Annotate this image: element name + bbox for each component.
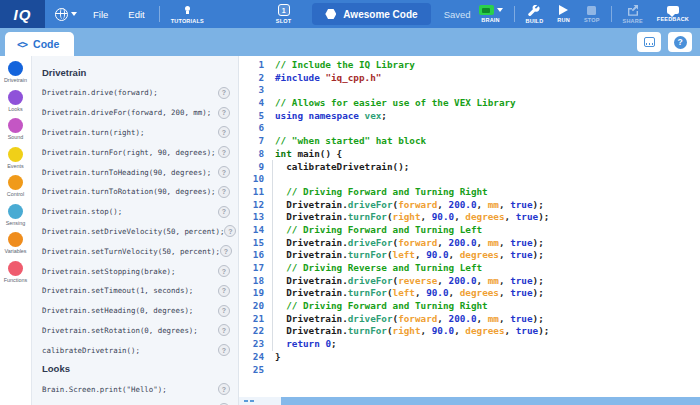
wrench-icon <box>528 5 540 16</box>
command-item[interactable]: Drivetrain.setHeading(0, degrees);? <box>42 301 230 321</box>
stop-button[interactable]: STOP <box>577 0 607 28</box>
sidebar-item-events[interactable]: Events <box>0 147 31 176</box>
command-help-button[interactable]: ? <box>218 285 230 297</box>
code-text: Drivetrain.driveFor(reverse, 200.0, mm, … <box>275 275 544 288</box>
command-item[interactable]: Drivetrain.setDriveVelocity(50, percent)… <box>42 222 230 242</box>
command-item[interactable]: Drivetrain.drive(forward);? <box>42 83 230 103</box>
command-help-button[interactable]: ? <box>218 265 230 277</box>
category-label: Functions <box>4 277 27 283</box>
code-line[interactable]: 17 // Driving Reverse and Turning Left <box>239 262 700 275</box>
command-item[interactable]: Drivetrain.stop();? <box>42 202 230 222</box>
command-help-button[interactable]: ? <box>224 225 236 237</box>
command-item[interactable]: calibrateDrivetrain();? <box>42 340 230 360</box>
command-help-button[interactable]: ? <box>218 324 230 336</box>
sidebar-item-sound[interactable]: Sound <box>0 118 31 147</box>
code-line[interactable]: 19 Drivetrain.turnFor(left, 90.0, degree… <box>239 287 700 300</box>
sidebar-item-variables[interactable]: Variables <box>0 232 31 261</box>
code-line[interactable]: 16 Drivetrain.turnFor(left, 90.0, degree… <box>239 249 700 262</box>
command-item[interactable]: Drivetrain.setStopping(brake);? <box>42 261 230 281</box>
code-line[interactable]: 7// "when started" hat block <box>239 135 700 148</box>
code-line[interactable]: 11 // Driving Forward and Turning Right <box>239 186 700 199</box>
code-text: Drivetrain.driveFor(forward, 200.0, mm, … <box>275 313 544 326</box>
command-item[interactable]: Drivetrain.driveFor(forward, 200, mm);? <box>42 103 230 123</box>
command-help-button[interactable]: ? <box>218 305 230 317</box>
line-number: 22 <box>239 325 264 338</box>
section-title-looks: Looks <box>42 363 230 374</box>
line-number: 23 <box>239 338 264 351</box>
command-help-button[interactable]: ? <box>218 146 230 158</box>
command-help-button[interactable]: ? <box>218 186 230 198</box>
command-help-button[interactable]: ? <box>220 245 232 257</box>
build-button[interactable]: BUILD <box>519 0 551 28</box>
code-line[interactable]: 10 <box>239 173 700 186</box>
command-item[interactable]: Drivetrain.setTimeout(1, seconds);? <box>42 281 230 301</box>
sidebar-item-drivetrain[interactable]: Drivetrain <box>0 61 31 90</box>
language-menu[interactable] <box>55 8 77 21</box>
code-text: #include "iq_cpp.h" <box>275 72 381 85</box>
command-help-button[interactable]: ? <box>218 107 230 119</box>
command-help-button[interactable]: ? <box>218 383 230 395</box>
code-line[interactable]: 18 Drivetrain.driveFor(reverse, 200.0, m… <box>239 275 700 288</box>
feedback-button[interactable]: FEEDBACK <box>650 0 696 28</box>
bottom-tab[interactable] <box>239 397 281 405</box>
code-line[interactable]: 8int main() { <box>239 148 700 161</box>
devices-button[interactable] <box>637 32 661 52</box>
line-number: 6 <box>239 122 264 135</box>
code-line[interactable]: 21 Drivetrain.driveFor(forward, 200.0, m… <box>239 313 700 326</box>
code-editor[interactable]: 1// Include the IQ Library2#include "iq_… <box>239 56 700 405</box>
line-number: 11 <box>239 186 264 199</box>
code-line[interactable]: 24} <box>239 351 700 364</box>
slot-button[interactable]: 1 SLOT <box>269 0 298 28</box>
code-line[interactable]: 14 // Driving Forward and Turning Left <box>239 224 700 237</box>
code-text: Drivetrain.driveFor(forward, 200.0, mm, … <box>275 199 544 212</box>
command-help-button[interactable]: ? <box>218 344 230 356</box>
saved-status: Saved <box>444 9 471 20</box>
code-line[interactable]: 9 calibrateDrivetrain(); <box>239 161 700 174</box>
sidebar-item-looks[interactable]: Looks <box>0 90 31 119</box>
code-line[interactable]: 20 // Driving Forward and Turning Right <box>239 300 700 313</box>
command-item[interactable]: Drivetrain.setRotation(0, degrees);? <box>42 321 230 341</box>
play-icon <box>559 5 568 15</box>
code-line[interactable]: 15 Drivetrain.driveFor(forward, 200.0, m… <box>239 237 700 250</box>
file-menu[interactable]: File <box>83 0 118 28</box>
command-help-button[interactable]: ? <box>218 87 230 99</box>
command-item[interactable]: Brain.Screen.setCursor(1, 1);? <box>42 399 230 405</box>
sidebar-item-sensing[interactable]: Sensing <box>0 204 31 233</box>
command-text: Drivetrain.stop(); <box>42 207 122 216</box>
run-button[interactable]: RUN <box>550 0 577 28</box>
bottom-scrollbar[interactable] <box>239 397 700 405</box>
sidebar-item-functions[interactable]: Functions <box>0 261 31 290</box>
code-line[interactable]: 1// Include the IQ Library <box>239 59 700 72</box>
command-help-button[interactable]: ? <box>218 166 230 178</box>
code-line[interactable]: 22 Drivetrain.turnFor(right, 90.0, degre… <box>239 325 700 338</box>
help-button[interactable]: ? <box>668 32 692 52</box>
command-item[interactable]: Drivetrain.turnFor(right, 90, degrees);? <box>42 142 230 162</box>
tab-code[interactable]: <> Code <box>5 32 74 56</box>
code-line[interactable]: 2#include "iq_cpp.h" <box>239 72 700 85</box>
tutorials-button[interactable]: TUTORIALS <box>164 0 211 28</box>
command-help-button[interactable]: ? <box>218 126 230 138</box>
command-item[interactable]: Drivetrain.setTurnVelocity(50, percent);… <box>42 241 230 261</box>
code-line[interactable]: 12 Drivetrain.driveFor(forward, 200.0, m… <box>239 199 700 212</box>
command-item[interactable]: Brain.Screen.print("Hello");? <box>42 379 230 399</box>
command-help-button[interactable]: ? <box>218 206 230 218</box>
sidebar-item-control[interactable]: Control <box>0 175 31 204</box>
brain-button[interactable]: BRAIN <box>472 0 510 28</box>
share-button[interactable]: SHARE <box>616 0 650 28</box>
command-item[interactable]: Drivetrain.turn(right);? <box>42 123 230 143</box>
code-line[interactable]: 23 return 0; <box>239 338 700 351</box>
chevron-down-icon <box>71 12 77 16</box>
command-item[interactable]: Drivetrain.turnToHeading(90, degrees);? <box>42 162 230 182</box>
code-line[interactable]: 6 <box>239 122 700 135</box>
code-line[interactable]: 3 <box>239 84 700 97</box>
command-item[interactable]: Drivetrain.turnToRotation(90, degrees);? <box>42 182 230 202</box>
code-line[interactable]: 5using namespace vex; <box>239 110 700 123</box>
code-line[interactable]: 13 Drivetrain.turnFor(right, 90.0, degre… <box>239 211 700 224</box>
code-line[interactable]: 25 <box>239 364 700 377</box>
project-name-box[interactable]: Awesome Code <box>312 3 430 25</box>
category-label: Variables <box>4 248 26 254</box>
code-line[interactable]: 4// Allows for easier use of the VEX Lib… <box>239 97 700 110</box>
share-icon <box>627 5 639 16</box>
edit-menu[interactable]: Edit <box>118 0 154 28</box>
command-text: Drivetrain.driveFor(forward, 200, mm); <box>42 108 211 117</box>
